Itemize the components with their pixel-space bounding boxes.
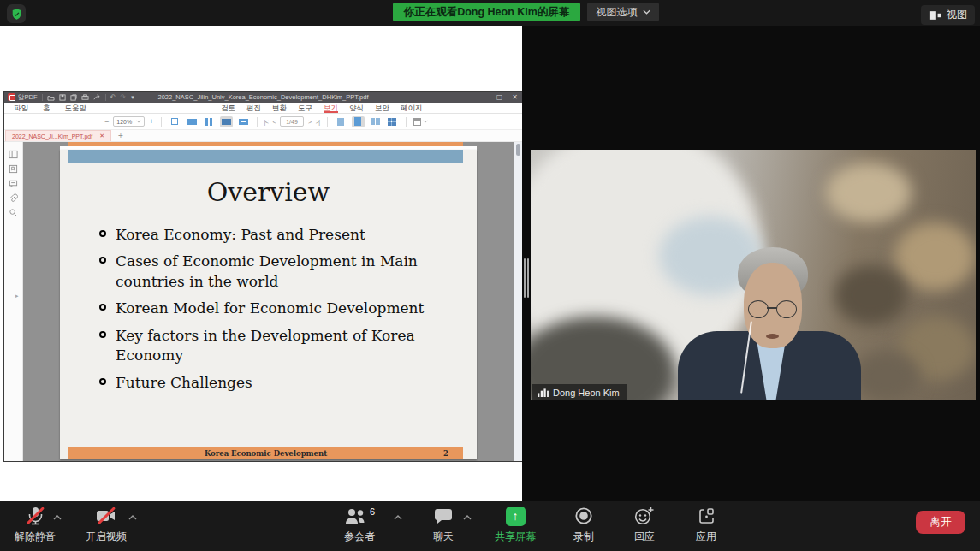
glasses-right-lens	[776, 300, 797, 318]
apps-button[interactable]: 应用	[675, 505, 737, 544]
search-panel-icon[interactable]	[4, 205, 22, 220]
menu-convert[interactable]: 변환	[272, 103, 287, 113]
maximize-button[interactable]: ▢	[496, 93, 503, 101]
document-view-area: Overview Korea Economy: Past and Present…	[23, 142, 522, 461]
menu-help[interactable]: 도움말	[65, 103, 87, 113]
reactions-smiley-icon	[634, 507, 655, 525]
save-icon[interactable]	[59, 94, 66, 101]
mic-options-chevron-icon[interactable]	[53, 515, 62, 520]
scrollbar-thumb[interactable]	[516, 144, 520, 156]
redo-icon[interactable]: ↷	[120, 93, 126, 101]
document-scrollbar[interactable]	[514, 142, 522, 461]
pdf-menubar: 파일 홈 도움말 검토 편집 변환 도구 보기 양식 보안 페이지	[4, 103, 522, 114]
print-icon[interactable]	[81, 94, 89, 101]
person-mouth	[766, 334, 779, 339]
toolbar-separator	[161, 117, 162, 127]
page-indicator-field[interactable]: 1/49	[280, 116, 304, 127]
tab-close-icon[interactable]: ✕	[99, 133, 104, 139]
toolbar-separator	[257, 117, 258, 127]
unmute-label: 解除静音	[15, 530, 56, 544]
view-button[interactable]: 视图	[921, 5, 975, 25]
quick-access-dropdown-icon[interactable]: ▼	[130, 95, 135, 100]
fit-page-view-icon-selected[interactable]	[220, 116, 233, 127]
record-icon	[574, 507, 593, 525]
watching-screen-banner: 你正在观看Dong Heon Kim的屏幕	[393, 3, 581, 21]
attachments-panel-icon[interactable]	[4, 191, 22, 205]
open-folder-icon[interactable]	[47, 94, 55, 101]
close-button[interactable]: ✕	[512, 93, 518, 101]
save-all-icon[interactable]	[70, 94, 77, 101]
previous-page-button[interactable]: <	[272, 119, 276, 125]
leave-meeting-button[interactable]: 离开	[916, 511, 965, 534]
reactions-label: 回应	[634, 530, 655, 544]
zoom-in-button[interactable]: +	[149, 117, 153, 126]
menu-file[interactable]: 파일	[14, 103, 28, 113]
fit-height-view-icon[interactable]	[203, 116, 216, 127]
chat-bubble-icon	[434, 507, 453, 524]
pdf-content-area: ▸ Overview Korea Economy: Past and Prese…	[4, 142, 522, 461]
layout-options-dropdown[interactable]	[413, 118, 428, 126]
zoom-out-button[interactable]: −	[104, 117, 109, 126]
chevron-down-icon	[136, 120, 141, 123]
first-page-button[interactable]: |<	[264, 119, 269, 125]
share-screen-button[interactable]: ↑ 共享屏幕	[484, 505, 546, 544]
menu-tools[interactable]: 도구	[298, 103, 312, 113]
participants-options-chevron-icon[interactable]	[394, 515, 402, 520]
menu-review[interactable]: 검토	[221, 103, 235, 113]
bookmarks-panel-icon[interactable]	[4, 162, 22, 176]
apps-icon	[698, 507, 716, 525]
security-shield-button[interactable]	[7, 4, 26, 23]
menu-security[interactable]: 보안	[375, 103, 389, 113]
continuous-layout-icon-selected[interactable]	[352, 116, 365, 127]
minimize-button[interactable]: —	[480, 93, 487, 101]
chat-label: 聊天	[433, 530, 454, 544]
zoom-level-dropdown[interactable]: 120%	[113, 116, 145, 127]
pdf-sidebar-panel: ▸	[4, 142, 23, 461]
participants-button[interactable]: 6 参会者	[329, 505, 390, 544]
reactions-button[interactable]: 回应	[614, 505, 675, 544]
record-label: 录制	[573, 530, 594, 544]
full-screen-view-icon[interactable]	[237, 116, 250, 127]
slide-title: Overview	[60, 177, 477, 207]
document-tab[interactable]: 2022_NASC_Ji...Kim_PPT.pdf ✕	[5, 130, 111, 141]
record-button[interactable]: 录制	[553, 505, 615, 544]
single-page-view-icon[interactable]	[169, 116, 181, 127]
meeting-top-bar: 你正在观看Dong Heon Kim的屏幕 视图选项 视图	[0, 0, 980, 26]
share-screen-label: 共享屏幕	[495, 530, 536, 544]
last-page-button[interactable]: >|	[316, 119, 320, 125]
start-video-button[interactable]: 开启视频	[75, 505, 137, 544]
slide-footer-bar: Korea Economic Development 2	[68, 447, 463, 459]
new-tab-button[interactable]: +	[118, 132, 123, 140]
two-page-layout-icon[interactable]	[369, 116, 382, 127]
panel-resize-handle[interactable]	[523, 258, 530, 298]
grid-layout-icon[interactable]	[386, 116, 399, 127]
menu-view-active[interactable]: 보기	[324, 103, 338, 113]
participants-label: 参会者	[344, 530, 375, 544]
unmute-button[interactable]: 解除静音	[4, 505, 66, 544]
menu-edit[interactable]: 편집	[246, 103, 261, 113]
sidebar-collapse-arrow[interactable]: ▸	[15, 293, 19, 299]
pdf-viewer-window: 알PDF ↶ ↷ ▼ 2022_NASC_Jilin_Univ_Korea_Ec…	[4, 92, 522, 461]
menu-page[interactable]: 페이지	[401, 103, 423, 113]
thumbnails-panel-icon[interactable]	[4, 147, 22, 162]
chat-button[interactable]: 聊天	[413, 505, 474, 544]
apps-label: 应用	[696, 530, 716, 544]
chat-options-chevron-icon[interactable]	[463, 515, 472, 520]
view-button-label: 视图	[947, 8, 967, 22]
pdf-window-titlebar[interactable]: 알PDF ↶ ↷ ▼ 2022_NASC_Jilin_Univ_Korea_Ec…	[4, 92, 522, 103]
glasses-left-lens	[748, 300, 769, 318]
comments-panel-icon[interactable]	[4, 176, 22, 191]
video-panel: Dong Heon Kim	[522, 26, 980, 501]
menu-form[interactable]: 양식	[349, 103, 364, 113]
video-options-chevron-icon[interactable]	[128, 515, 137, 520]
next-page-button[interactable]: >	[308, 119, 312, 125]
slide-bullet-list: Korea Economy: Past and Present Cases of…	[99, 225, 443, 400]
fit-width-view-icon[interactable]	[186, 116, 199, 127]
single-page-layout-icon[interactable]	[335, 116, 347, 127]
audio-level-icon	[538, 388, 549, 397]
undo-icon[interactable]: ↶	[110, 93, 116, 101]
share-export-icon[interactable]	[93, 94, 101, 101]
view-options-dropdown[interactable]: 视图选项	[587, 3, 659, 21]
menu-home[interactable]: 홈	[43, 103, 50, 113]
meeting-control-bar: 解除静音 开启视频 6 参会者 聊天 ↑	[0, 501, 980, 551]
